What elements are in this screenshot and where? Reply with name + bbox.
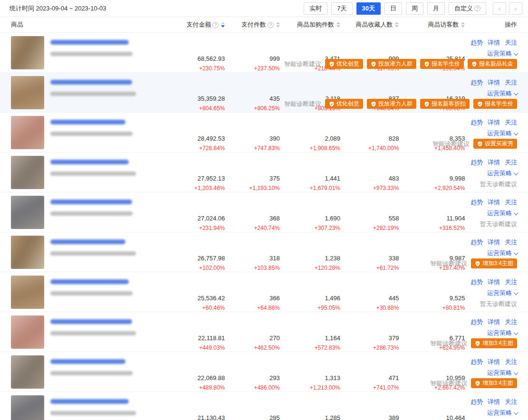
product-cell[interactable] — [11, 272, 173, 312]
strategy-dropdown[interactable]: 运营策略 — [487, 129, 517, 138]
trend-link[interactable]: 趋势 — [470, 318, 483, 326]
diagnosis-badge-button[interactable]: 报名学生价 — [473, 99, 517, 109]
trend-link[interactable]: 趋势 — [470, 358, 483, 366]
trend-link[interactable]: 趋势 — [470, 278, 483, 286]
trend-link[interactable]: 趋势 — [470, 398, 483, 406]
product-title-link-redacted[interactable] — [50, 80, 132, 85]
detail-link[interactable]: 详情 — [488, 118, 500, 127]
diagnosis-badge-button[interactable]: 投放潜力人群 — [367, 99, 416, 109]
product-image[interactable] — [11, 36, 44, 69]
prev-period-button[interactable]: ‹ — [493, 2, 506, 15]
strategy-dropdown[interactable]: 运营策略 — [487, 369, 517, 377]
range-button-7天[interactable]: 7天 — [331, 2, 352, 15]
product-image[interactable] — [11, 116, 44, 149]
trend-link[interactable]: 趋势 — [470, 118, 483, 127]
detail-link[interactable]: 详情 — [488, 38, 500, 47]
trend-link[interactable]: 趋势 — [470, 158, 483, 167]
product-cell[interactable] — [11, 33, 173, 72]
product-title-link-redacted[interactable] — [50, 359, 125, 364]
follow-link[interactable]: 关注 — [505, 78, 517, 87]
product-cell[interactable] — [11, 192, 173, 232]
strategy-dropdown[interactable]: 运营策略 — [487, 409, 517, 417]
product-image[interactable] — [11, 355, 44, 389]
diagnosis-badge-button[interactable]: 设置买家秀 — [473, 139, 517, 149]
diagnosis-badge-button[interactable]: 优化创意 — [325, 99, 363, 109]
product-cell[interactable] — [11, 392, 173, 420]
strategy-dropdown[interactable]: 运营策略 — [487, 289, 517, 297]
product-image[interactable] — [11, 395, 44, 420]
range-button-30天[interactable]: 30天 — [356, 2, 381, 15]
next-period-button[interactable]: › — [509, 2, 522, 15]
follow-link[interactable]: 关注 — [505, 278, 517, 286]
product-title-link-redacted[interactable] — [50, 399, 129, 404]
product-title-link-redacted[interactable] — [50, 279, 129, 284]
product-title-link-redacted[interactable] — [50, 160, 129, 164]
range-button-实时[interactable]: 实时 — [304, 2, 327, 15]
col-header-pay-count[interactable]: 支付件数 ? — [225, 20, 280, 29]
trend-link[interactable]: 趋势 — [470, 38, 483, 47]
trend-link[interactable]: 趋势 — [470, 238, 483, 247]
product-title-link-redacted[interactable] — [50, 200, 132, 204]
sort-icon[interactable] — [395, 22, 399, 28]
strategy-dropdown[interactable]: 运营策略 — [487, 89, 517, 98]
diagnosis-badge-button[interactable]: 增加3:4主图 — [471, 378, 517, 388]
range-button-自定义[interactable]: 自定义? — [449, 2, 486, 15]
follow-link[interactable]: 关注 — [505, 158, 517, 167]
product-cell[interactable] — [11, 232, 173, 272]
detail-link[interactable]: 详情 — [488, 398, 500, 406]
strategy-dropdown[interactable]: 运营策略 — [487, 329, 517, 337]
sort-icon-active[interactable] — [221, 22, 225, 28]
product-image[interactable] — [11, 276, 44, 309]
diagnosis-badge-button[interactable]: 报名学生价 — [420, 59, 464, 69]
strategy-dropdown[interactable]: 运营策略 — [487, 169, 517, 178]
product-title-link-redacted[interactable] — [50, 120, 125, 124]
trend-link[interactable]: 趋势 — [470, 198, 483, 207]
diagnosis-badge-button[interactable]: 优化创意 — [325, 59, 363, 69]
detail-link[interactable]: 详情 — [488, 278, 500, 286]
follow-link[interactable]: 关注 — [505, 198, 517, 207]
product-cell[interactable] — [11, 312, 173, 352]
col-header-visitor-count[interactable]: 商品访客数 — [399, 20, 465, 29]
follow-link[interactable]: 关注 — [505, 118, 517, 127]
range-button-月[interactable]: 月 — [427, 2, 445, 15]
diagnosis-badge-button[interactable]: 增加3:4主图 — [471, 338, 517, 348]
follow-link[interactable]: 关注 — [505, 238, 517, 247]
detail-link[interactable]: 详情 — [488, 198, 500, 207]
product-cell[interactable] — [11, 352, 173, 391]
product-title-link-redacted[interactable] — [50, 319, 132, 324]
follow-link[interactable]: 关注 — [505, 38, 517, 47]
help-icon[interactable]: ? — [268, 22, 274, 28]
sort-icon[interactable] — [276, 22, 280, 28]
follow-link[interactable]: 关注 — [505, 358, 517, 366]
detail-link[interactable]: 详情 — [488, 238, 500, 247]
product-image[interactable] — [11, 76, 44, 109]
help-icon[interactable]: ? — [212, 22, 219, 28]
diagnosis-badge-button[interactable]: 报名新客折扣 — [420, 99, 470, 109]
detail-link[interactable]: 详情 — [488, 358, 500, 366]
product-image[interactable] — [11, 315, 44, 349]
range-button-周[interactable]: 周 — [406, 2, 423, 15]
trend-link[interactable]: 趋势 — [470, 78, 483, 87]
strategy-dropdown[interactable]: 运营策略 — [487, 209, 517, 218]
strategy-dropdown[interactable]: 运营策略 — [487, 249, 517, 258]
col-header-cart-count[interactable]: 商品加购件数 — [280, 20, 340, 29]
follow-link[interactable]: 关注 — [505, 398, 517, 406]
detail-link[interactable]: 详情 — [488, 318, 500, 326]
col-header-favorite-count[interactable]: 商品收藏人数 — [340, 20, 399, 29]
product-cell[interactable] — [11, 153, 173, 192]
product-title-link-redacted[interactable] — [50, 40, 129, 45]
product-cell[interactable] — [11, 113, 173, 152]
product-title-link-redacted[interactable] — [50, 239, 125, 244]
product-cell[interactable] — [11, 73, 173, 112]
sort-icon[interactable] — [461, 22, 465, 28]
diagnosis-badge-button[interactable]: 增加3:4主图 — [471, 258, 517, 268]
product-image[interactable] — [11, 236, 44, 269]
product-image[interactable] — [11, 156, 44, 189]
sort-icon[interactable] — [336, 22, 340, 28]
strategy-dropdown[interactable]: 运营策略 — [487, 49, 517, 58]
diagnosis-badge-button[interactable]: 报名新品礼金 — [468, 59, 517, 69]
range-button-日[interactable]: 日 — [384, 2, 402, 15]
detail-link[interactable]: 详情 — [488, 158, 500, 167]
detail-link[interactable]: 详情 — [488, 78, 500, 87]
col-header-pay-amount[interactable]: 支付金额 ? — [173, 20, 225, 29]
